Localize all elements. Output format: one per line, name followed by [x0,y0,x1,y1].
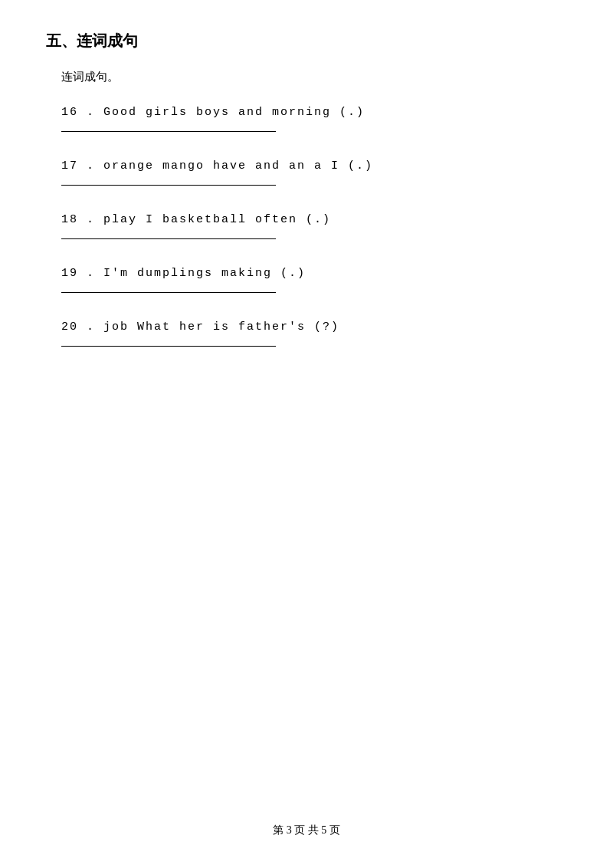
question-separator-20: . [87,321,103,334]
question-number-19: 19 [61,267,78,280]
exercise-item-16: 16 . Good girls boys and morning (.) [61,106,567,132]
footer-text: 第 3 页 共 5 页 [273,824,340,836]
exercise-item-20: 20 . job What her is father's (?) [61,321,567,347]
question-words-18: play I basketball often (.) [103,213,331,226]
question-line-20: 20 . job What her is father's (?) [61,321,567,334]
question-words-20: job What her is father's (?) [103,321,339,334]
exercise-item-19: 19 . I'm dumplings making (.) [61,267,567,293]
question-line-17: 17 . orange mango have and an a I (.) [61,159,567,173]
instruction: 连词成句。 [61,70,567,84]
question-line-16: 16 . Good girls boys and morning (.) [61,106,567,119]
question-words-19: I'm dumplings making (.) [103,267,306,280]
question-number-18: 18 [61,213,78,226]
question-words-16: Good girls boys and morning (.) [103,106,365,119]
question-separator-19: . [87,267,103,280]
question-separator-16: . [87,106,103,119]
answer-line-20 [61,346,276,347]
section-title: 五、连词成句 [46,31,567,51]
question-words-17: orange mango have and an a I (.) [103,159,373,173]
exercise-item-17: 17 . orange mango have and an a I (.) [61,159,567,186]
answer-line-18 [61,238,276,239]
question-number-20: 20 [61,321,78,334]
exercise-item-18: 18 . play I basketball often (.) [61,213,567,239]
page-container: 五、连词成句 连词成句。 16 . Good girls boys and mo… [0,0,613,868]
question-line-19: 19 . I'm dumplings making (.) [61,267,567,280]
answer-line-17 [61,185,276,186]
question-number-16: 16 [61,106,78,119]
answer-line-16 [61,131,276,132]
page-footer: 第 3 页 共 5 页 [0,824,613,837]
question-number-17: 17 [61,159,78,173]
question-separator-17: . [87,159,103,173]
question-separator-18: . [87,213,103,226]
answer-line-19 [61,292,276,293]
question-line-18: 18 . play I basketball often (.) [61,213,567,226]
